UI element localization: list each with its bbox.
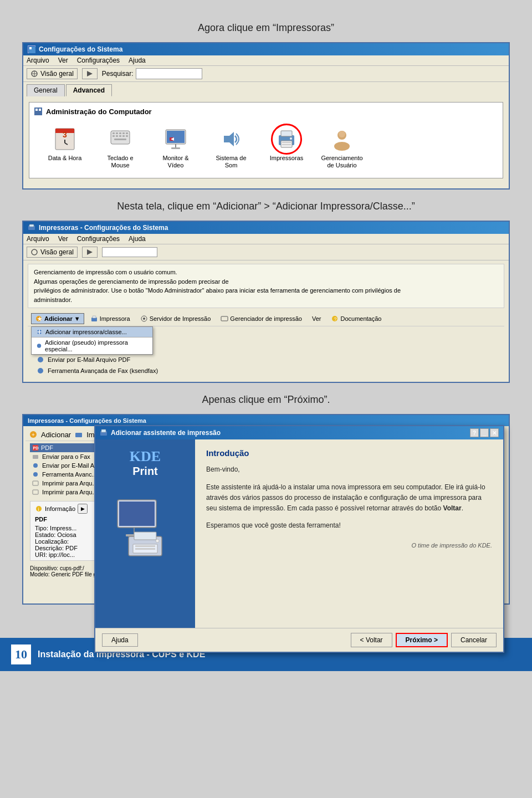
behind-email-label: Enviar por E-Mail A... xyxy=(42,462,99,469)
dialog-titlebar-right: ? _ ✕ xyxy=(470,428,499,437)
dialog-btn-question[interactable]: ? xyxy=(470,428,479,437)
icon-teclado-mouse[interactable]: Teclado e Mouse xyxy=(98,126,142,169)
pdf-icon: PDF xyxy=(32,444,39,451)
svg-rect-29 xyxy=(171,147,180,149)
dialog-btn-minimize[interactable]: _ xyxy=(480,428,489,437)
menu-ajuda[interactable]: Ajuda xyxy=(129,57,146,64)
menu2-ajuda[interactable]: Ajuda xyxy=(129,235,146,243)
dialog-box: Adicionar assistente de impressão ? _ ✕ … xyxy=(94,425,504,653)
heading-1: Agora clique em “Impressoras” xyxy=(22,22,510,34)
icon-impressoras[interactable]: Impressoras xyxy=(264,126,309,162)
servidor-btn[interactable]: Servidor de Impressão xyxy=(136,313,215,324)
impressora-label: Impressora xyxy=(100,315,130,322)
pesquisar2-btn[interactable] xyxy=(82,247,98,258)
visao-geral-btn[interactable]: Visão geral xyxy=(27,68,78,79)
list-item-email-pdf[interactable]: Enviar por E-Mail Arquivo PDF xyxy=(33,354,499,365)
ver-btn[interactable]: Ver xyxy=(308,314,325,324)
icon-sistema-som[interactable]: Sistema de Som xyxy=(209,126,253,169)
window2-menubar: Arquivo Ver Configurações Ajuda xyxy=(23,234,509,244)
info-banner: Gerenciamento de impressão com o usuário… xyxy=(28,264,504,308)
dropdown-item-1[interactable]: Adicionar impressora/classe... xyxy=(32,327,152,337)
dialog-voltar-strong: Voltar xyxy=(443,504,462,512)
svg-text:3: 3 xyxy=(63,130,67,139)
gerenciamento-usuario-icon xyxy=(329,126,355,152)
svg-rect-17 xyxy=(119,132,121,134)
svg-rect-27 xyxy=(167,131,185,143)
window2-icon xyxy=(28,224,35,232)
pesquisar-btn[interactable] xyxy=(82,68,98,79)
svg-point-44 xyxy=(32,249,37,255)
svg-marker-45 xyxy=(87,249,93,255)
list-item-ksendfax[interactable]: Ferramenta Avançada de Fax (ksendfax) xyxy=(33,365,499,376)
visao-geral-label: Visão geral xyxy=(40,70,74,78)
email-icon xyxy=(37,356,44,364)
dialog-cancelar-btn[interactable]: Cancelar xyxy=(451,633,497,647)
svg-rect-19 xyxy=(126,132,128,134)
window-impressoras: Impressoras - Configurações do Sistema A… xyxy=(22,221,510,383)
tabs-area: General Advanced xyxy=(23,82,509,96)
window-system-settings: Configurações do Sistema Arquivo Ver Con… xyxy=(22,42,510,190)
visao-geral2-btn[interactable]: Visão geral xyxy=(27,247,78,258)
dialog-ajuda-btn[interactable]: Ajuda xyxy=(102,633,138,647)
dialog-btn-close[interactable]: ✕ xyxy=(490,428,499,437)
dialog-buttons: Ajuda < Voltar Próximo > Cancelar xyxy=(95,628,503,652)
sistema-som-label: Sistema de Som xyxy=(216,155,246,169)
gerenciador-btn[interactable]: Gerenciador de impressão xyxy=(217,313,306,324)
search2-input[interactable] xyxy=(102,247,157,257)
adicionar-btn[interactable]: ★ Adicionar ▼ xyxy=(31,313,84,324)
dialog-voltar-btn[interactable]: < Voltar xyxy=(351,633,392,647)
window1-title: Configurações do Sistema xyxy=(39,45,122,53)
dropdown-list: Adicionar impressora/classe... Adicionar… xyxy=(31,326,153,355)
menu-configuracoes[interactable]: Configurações xyxy=(77,57,120,64)
kde-logo-text: KDE xyxy=(130,448,161,465)
svg-point-40 xyxy=(334,142,350,151)
dialog-body: KDE Print xyxy=(95,439,503,628)
svg-text:?: ? xyxy=(334,316,337,322)
servidor-label: Servidor de Impressão xyxy=(150,315,211,322)
teclado-mouse-icon xyxy=(107,126,134,152)
window1-icon xyxy=(28,45,35,53)
gerenciador-label: Gerenciador de impressão xyxy=(230,315,302,322)
svg-rect-8 xyxy=(39,109,41,111)
print-logo-text: Print xyxy=(130,465,161,478)
search-input[interactable] xyxy=(136,68,202,79)
impressora-btn[interactable]: Impressora xyxy=(86,313,134,324)
data-hora-icon: 3 xyxy=(52,126,78,152)
impressoras-icon xyxy=(273,126,300,152)
info-expand-btn[interactable]: ▶ xyxy=(78,504,88,514)
tab-advanced[interactable]: Advanced xyxy=(66,84,112,96)
menu-arquivo[interactable]: Arquivo xyxy=(27,57,49,64)
dialog-footer-text: O time de impressão do KDE. xyxy=(206,542,492,549)
dropdown-item-2[interactable]: Adicionar (pseudo) impressora especial..… xyxy=(32,337,152,354)
menu-ver[interactable]: Ver xyxy=(58,57,68,64)
behind-pdf-label: PDF xyxy=(41,444,53,451)
behind-email-icon xyxy=(32,462,39,469)
menu2-configuracoes[interactable]: Configurações xyxy=(77,235,120,243)
window2-title: Impressoras - Configurações do Sistema xyxy=(39,224,168,232)
visao-geral2-label: Visão geral xyxy=(40,248,74,256)
tab-general[interactable]: General xyxy=(27,84,65,96)
svg-rect-83 xyxy=(135,545,155,547)
icon-gerenciamento-usuario[interactable]: Gerenciamento de Usuário xyxy=(320,126,364,169)
svg-rect-7 xyxy=(35,109,38,111)
documentacao-btn[interactable]: ? Documentação xyxy=(327,313,385,324)
svg-point-41 xyxy=(339,131,345,137)
svg-rect-24 xyxy=(126,135,128,137)
dialog-section-title: Introdução xyxy=(206,448,492,458)
svg-point-60 xyxy=(38,357,43,362)
behind-ferramenta-icon xyxy=(32,471,39,478)
info-line3: privilégios de administrador. Use o botã… xyxy=(34,286,498,295)
menu2-ver[interactable]: Ver xyxy=(58,235,68,243)
admin-section: Administração do Computador 3 xyxy=(29,102,503,178)
svg-rect-21 xyxy=(116,135,118,137)
menu2-arquivo[interactable]: Arquivo xyxy=(27,235,49,243)
dialog-text2: Esperamos que você goste desta ferrament… xyxy=(206,520,492,531)
svg-rect-81 xyxy=(134,532,156,540)
gerenciamento-usuario-label: Gerenciamento de Usuário xyxy=(321,155,362,169)
icon-monitor-video[interactable]: Monitor & Vídeo xyxy=(154,126,198,169)
admin-icon xyxy=(34,107,43,116)
svg-marker-32 xyxy=(224,132,234,146)
icon-data-hora[interactable]: 3 Data & Hora xyxy=(43,126,87,162)
dialog-proximo-btn[interactable]: Próximo > xyxy=(396,633,448,647)
dialog-titlebar: Adicionar assistente de impressão ? _ ✕ xyxy=(95,426,503,439)
